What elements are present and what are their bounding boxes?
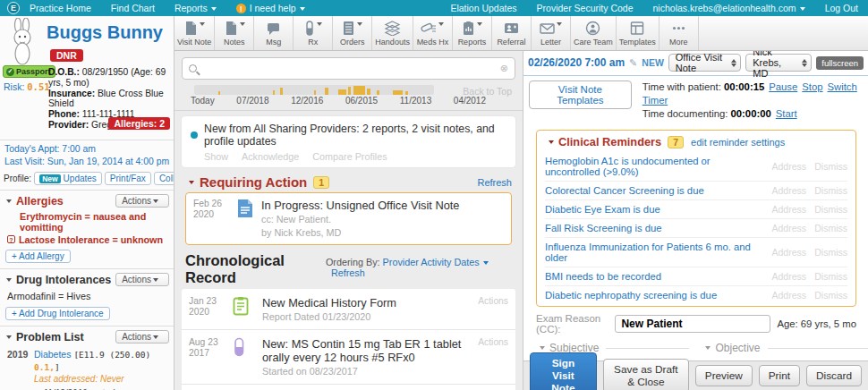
collapse-caret-icon[interactable] (189, 181, 194, 184)
toolbar-letter-button[interactable]: Letter (532, 16, 571, 50)
chrono-item-medication[interactable]: Aug 232017 New: MS Contin 15 mg Tab ER 1… (182, 330, 515, 385)
note-provider-select[interactable]: Nick Krebs, MD (745, 54, 812, 72)
print-button[interactable]: Print (759, 365, 800, 386)
passport-badge[interactable]: ✓Passport (3, 65, 55, 78)
reminder-link[interactable]: Hemoglobin A1c is undocumented or uncont… (545, 156, 765, 177)
chrono-refresh-link[interactable]: Refresh (331, 267, 365, 278)
reminder-link[interactable]: Colorectal Cancer Screening is due (545, 185, 765, 196)
pause-timer-link[interactable]: Pause (769, 81, 797, 92)
collapse-caret-icon[interactable] (6, 199, 12, 203)
nav-provider-security-code[interactable]: Provider Security Code (527, 3, 643, 13)
reminder-address-link[interactable]: Address (765, 204, 806, 215)
todays-appt[interactable]: Today's Appt: 7:00 am (4, 143, 169, 156)
reminder-dismiss-link[interactable]: Dismiss (806, 290, 847, 301)
fullscreen-button[interactable]: fullscreen (816, 56, 864, 70)
edit-icon[interactable]: ✎ (629, 57, 637, 69)
start-timer-link[interactable]: Start (776, 108, 797, 119)
toolbar-handouts-button[interactable]: Handouts (372, 16, 413, 50)
collapse-caret-icon[interactable] (6, 335, 12, 339)
elation-logo-icon[interactable]: E (7, 2, 20, 14)
stop-timer-link[interactable]: Stop (802, 81, 822, 92)
sharing-show-link[interactable]: Show (204, 151, 228, 162)
reminder-dismiss-link[interactable]: Dismiss (806, 271, 847, 282)
preview-button[interactable]: Preview (695, 365, 753, 386)
sign-visit-note-button[interactable]: Sign Visit Note (530, 352, 597, 390)
collapse-caret-icon[interactable] (6, 278, 12, 282)
toolbar-care-team-button[interactable]: Care Team (571, 16, 617, 50)
item-actions-link[interactable]: Actions (478, 296, 508, 323)
reminder-address-link[interactable]: Address (765, 185, 806, 196)
reminder-dismiss-link[interactable]: Dismiss (806, 223, 847, 233)
toolbar-msg-button[interactable]: Msg (254, 16, 294, 50)
reminder-dismiss-link[interactable]: Dismiss (806, 185, 847, 196)
reminder-dismiss-link[interactable]: Dismiss (806, 204, 847, 215)
reminder-address-link[interactable]: Address (765, 223, 806, 233)
clear-search-icon[interactable]: ⊗ (500, 63, 508, 74)
toolbar-referral-button[interactable]: Referral (492, 16, 532, 50)
reminder-address-link[interactable]: Address (765, 271, 806, 282)
reminder-dismiss-link[interactable]: Dismiss (806, 247, 847, 258)
nav-log-out[interactable]: Log Out (815, 3, 868, 13)
reminder-address-link[interactable]: Address (765, 290, 806, 301)
allergies-actions-button[interactable]: Actions (115, 194, 169, 208)
chevron-down-icon (200, 22, 205, 26)
profile-updates-button[interactable]: NewUpdates (34, 172, 102, 185)
nav-elation-updates[interactable]: Elation Updates (440, 3, 526, 13)
sharing-providers-card[interactable]: New from All Sharing Providers: 2 report… (182, 116, 515, 167)
sharing-compare-profiles-link[interactable]: Compare Profiles (312, 151, 387, 162)
add-drug-intolerance-button[interactable]: + Add Drug Intolerance (5, 307, 110, 320)
nav-reports-menu[interactable]: Reports (165, 3, 226, 13)
timeline-band[interactable] (194, 85, 434, 95)
discard-button[interactable]: Discard (806, 365, 862, 386)
toolbar-visit-note-button[interactable]: Visit Note (174, 16, 215, 50)
requiring-action-refresh-link[interactable]: Refresh (477, 177, 512, 188)
collapse-caret-icon[interactable] (540, 346, 545, 350)
edit-reminder-settings-link[interactable]: edit reminder settings (691, 137, 785, 148)
reminder-link[interactable]: Diabetic nephropathy screening is due (545, 290, 765, 301)
allergy-item[interactable]: ?Lactose Intolerance = unknown (0, 233, 174, 246)
toolbar-templates-button[interactable]: Templates (617, 16, 660, 50)
profile-collapse-button[interactable]: Collapse (154, 172, 174, 185)
reminder-link[interactable]: Diabetic Eye Exam is due (545, 204, 765, 215)
nav-practice-home[interactable]: Practice Home (20, 3, 101, 13)
unsigned-note-card[interactable]: Feb 262020 In Progress: Unsigned Office … (185, 192, 512, 245)
rx-icon (304, 21, 315, 36)
problem-list-actions-button[interactable]: Actions (115, 330, 169, 343)
nav-help-menu[interactable]: !I need help (226, 3, 315, 14)
toolbar-rx-button[interactable]: Rx (294, 16, 333, 50)
ordering-by-link[interactable]: Provider Activity Dates (383, 257, 489, 267)
note-type-select[interactable]: Office Visit Note (668, 54, 741, 72)
drug-intolerance-item[interactable]: Armodafinil = Hives (0, 289, 174, 303)
reminder-link[interactable]: Influenza Immunization for Patients 6 mo… (545, 242, 765, 263)
allergy-item[interactable]: Erythromycin = nausea and vomitting (0, 210, 174, 233)
toolbar-reports-button[interactable]: Reports (453, 16, 492, 50)
collapse-caret-icon[interactable] (549, 140, 554, 144)
search-input[interactable] (202, 63, 500, 75)
exam-reason-input[interactable] (615, 315, 770, 333)
reminder-link[interactable]: Fall Risk Screening is due (545, 223, 765, 233)
chrono-item-history-form[interactable]: Jan 232020 New Medical History Form Repo… (182, 289, 515, 330)
reminder-dismiss-link[interactable]: Dismiss (806, 161, 847, 172)
problem-name-link[interactable]: Diabetes (34, 349, 71, 360)
item-actions-link[interactable]: Actions (478, 337, 508, 377)
toolbar-more-button[interactable]: More (660, 16, 699, 50)
allergies-count-badge[interactable]: Allergies: 2 (108, 117, 170, 130)
sharing-acknowledge-link[interactable]: Acknowledge (242, 151, 299, 162)
visit-datetime[interactable]: 02/26/2020 7:00 am (528, 56, 625, 69)
reminder-address-link[interactable]: Address (765, 247, 806, 258)
reminder-address-link[interactable]: Address (765, 161, 806, 172)
chrono-item-letter[interactable]: Nov 92016 Greg Miller, MDEdward Kramer, … (182, 385, 515, 390)
add-allergy-button[interactable]: + Add Allergy (5, 250, 71, 263)
visit-note-templates-button[interactable]: Visit Note Templates (529, 81, 632, 109)
drug-intolerances-actions-button[interactable]: Actions (115, 273, 169, 286)
toolbar-orders-button[interactable]: Orders (333, 16, 372, 50)
toolbar-notes-button[interactable]: Notes (215, 16, 254, 50)
collapse-caret-icon[interactable] (705, 346, 711, 350)
toolbar-meds-hx-button[interactable]: Meds Hx (413, 16, 453, 50)
nav-find-chart[interactable]: Find Chart (101, 3, 165, 13)
nav-user-menu[interactable]: nicholas.krebs@elationhealth.com (643, 3, 815, 13)
last-visit[interactable]: Last Visit: Sun, Jan 19, 2014 at 4:00 pm (4, 156, 169, 168)
reminder-link[interactable]: BMI needs to be recorded (545, 271, 765, 282)
profile-print-fax-button[interactable]: Print/Fax (105, 172, 151, 185)
save-draft-button[interactable]: Save as Draft & Close (603, 359, 689, 390)
